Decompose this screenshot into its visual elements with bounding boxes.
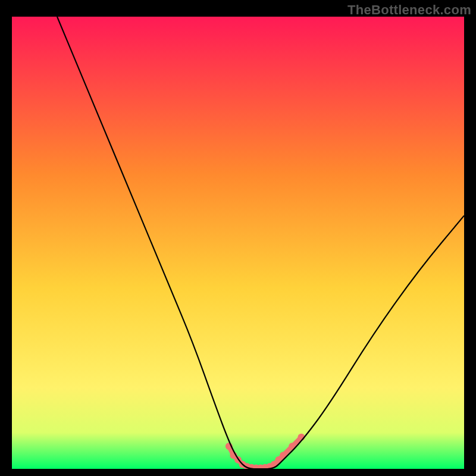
chart-frame: TheBottleneck.com bbox=[0, 0, 476, 476]
chart-svg bbox=[12, 17, 464, 469]
chart-background bbox=[12, 17, 464, 469]
watermark-text: TheBottleneck.com bbox=[347, 2, 471, 18]
chart-plot bbox=[12, 17, 464, 469]
